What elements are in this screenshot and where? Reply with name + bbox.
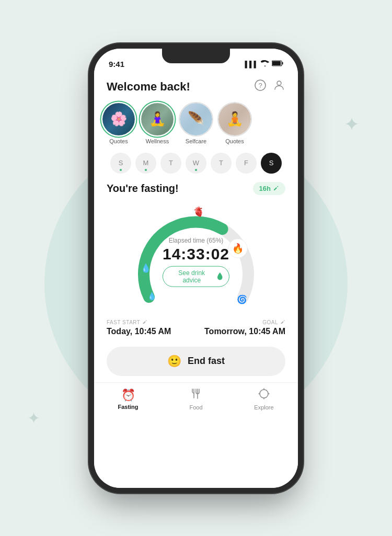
svg-text:💧: 💧: [141, 263, 151, 273]
day-dot-monday: [145, 169, 147, 171]
day-selector: S M T W T F S: [94, 151, 298, 180]
timer-center: Elapsed time (65%) 14:33:02 See drink ad…: [163, 236, 229, 287]
day-dot-sunday: [120, 169, 122, 171]
fasting-title: You're fasting!: [107, 183, 179, 195]
story-label-selfcare: Selfcare: [186, 138, 206, 144]
goal-label: GOAL: [204, 320, 285, 325]
svg-text:🫀: 🫀: [193, 206, 205, 218]
story-avatar-wellness: 🧘‍♀️: [141, 103, 174, 135]
timer-circle-wrapper: 🫀 🔥 💧 💧 🌀 Elapsed time (65%) 14:33:02: [133, 200, 259, 315]
drink-advice-text: See drink advice: [169, 269, 214, 283]
story-image-feather: 🪶: [180, 103, 212, 135]
svg-rect-2: [282, 62, 283, 65]
story-image-lotus: 🌸: [102, 103, 135, 135]
bottom-nav: ⏰ Fasting Food: [94, 382, 298, 420]
sparkle-bl-icon: ✦: [27, 410, 40, 426]
story-label-wellness: Wellness: [146, 138, 169, 144]
svg-text:🔥: 🔥: [232, 243, 244, 254]
main-screen: Welcome back! ? 🌸 Quotes: [94, 74, 298, 488]
fasting-header: You're fasting! 16h: [94, 180, 298, 196]
svg-text:💧: 💧: [147, 292, 157, 301]
svg-text:?: ?: [258, 82, 262, 89]
fast-start-label: FAST START: [107, 320, 171, 325]
story-image-yoga: 🧘: [218, 103, 251, 135]
smiley-icon: 🙂: [167, 355, 181, 368]
story-avatar-quotes1: 🌸: [102, 103, 135, 135]
status-time: 9:41: [109, 60, 124, 69]
status-icons: ▌▌▌: [245, 60, 283, 68]
story-item-selfcare[interactable]: 🪶 Selfcare: [180, 103, 212, 144]
elapsed-label: Elapsed time (65%): [163, 236, 229, 244]
nav-food[interactable]: Food: [162, 388, 230, 410]
fast-start-block: FAST START Today, 10:45 AM: [107, 320, 171, 336]
fasting-badge[interactable]: 16h: [253, 182, 285, 195]
svg-point-13: [260, 390, 268, 398]
fasting-times: FAST START Today, 10:45 AM GOAL Tomorrow…: [94, 317, 298, 343]
timer-value: 14:33:02: [163, 245, 229, 263]
signal-icon: ▌▌▌: [245, 61, 258, 68]
fast-start-value: Today, 10:45 AM: [107, 327, 171, 336]
svg-rect-1: [272, 61, 281, 65]
day-dot-wednesday: [195, 169, 197, 171]
day-tuesday[interactable]: T: [160, 153, 181, 174]
svg-point-5: [277, 81, 281, 85]
fasting-nav-label: Fasting: [118, 404, 138, 410]
day-thursday[interactable]: T: [211, 153, 232, 174]
drink-advice-button[interactable]: See drink advice: [163, 266, 229, 287]
story-avatar-quotes2: 🧘: [218, 103, 251, 135]
story-image-woman: 🧘‍♀️: [141, 103, 174, 135]
badge-text: 16h: [259, 185, 271, 192]
story-item-quotes2[interactable]: 🧘 Quotes: [218, 103, 251, 144]
page-title: Welcome back!: [107, 80, 190, 94]
story-item-quotes1[interactable]: 🌸 Quotes: [102, 103, 135, 144]
goal-value: Tomorrow, 10:45 AM: [204, 327, 285, 336]
day-monday[interactable]: M: [135, 153, 156, 174]
story-label-quotes2: Quotes: [225, 138, 244, 144]
profile-icon[interactable]: [273, 79, 285, 95]
goal-block: GOAL Tomorrow, 10:45 AM: [204, 320, 285, 336]
nav-fasting[interactable]: ⏰ Fasting: [94, 389, 162, 410]
food-nav-label: Food: [189, 404, 202, 410]
header-actions: ?: [254, 79, 285, 95]
end-fast-label: End fast: [188, 356, 225, 367]
phone-frame: 9:41 ▌▌▌ Welcome back! ?: [94, 49, 298, 488]
day-saturday[interactable]: S: [261, 153, 282, 174]
story-label-quotes1: Quotes: [109, 138, 128, 144]
food-nav-icon: [190, 388, 202, 403]
day-sunday[interactable]: S: [110, 153, 131, 174]
fasting-nav-icon: ⏰: [121, 389, 135, 402]
battery-icon: [272, 60, 283, 68]
end-fast-area: 🙂 End fast: [94, 343, 298, 382]
wifi-icon: [261, 60, 269, 68]
day-wednesday[interactable]: W: [186, 153, 206, 174]
help-icon[interactable]: ?: [254, 79, 267, 95]
app-header: Welcome back! ?: [94, 74, 298, 99]
day-friday[interactable]: F: [236, 153, 257, 174]
story-item-wellness[interactable]: 🧘‍♀️ Wellness: [141, 103, 174, 144]
sparkle-tr-icon: ✦: [344, 115, 360, 134]
stories-row: 🌸 Quotes 🧘‍♀️ Wellness 🪶: [94, 99, 298, 151]
svg-text:🌀: 🌀: [237, 294, 247, 304]
phone-notch: [162, 49, 230, 63]
timer-container: 🫀 🔥 💧 💧 🌀 Elapsed time (65%) 14:33:02: [94, 196, 298, 317]
nav-explore[interactable]: Explore: [230, 388, 298, 410]
explore-nav-label: Explore: [254, 404, 273, 410]
explore-nav-icon: [258, 388, 270, 403]
end-fast-button[interactable]: 🙂 End fast: [107, 347, 285, 376]
story-avatar-selfcare: 🪶: [180, 103, 212, 135]
